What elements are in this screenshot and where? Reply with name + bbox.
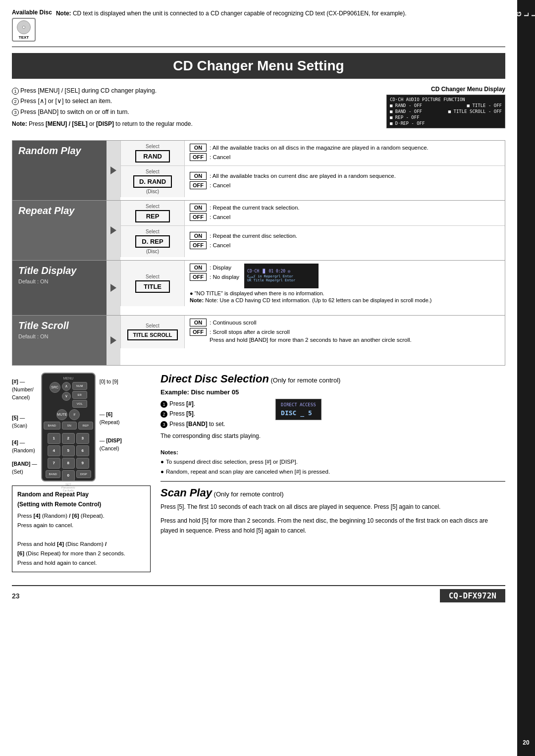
remote-numpad: 1 2 3 4 5 6 7 8 9 xyxy=(48,433,89,469)
select-title-scroll-cell: Select TITLE SCROLL xyxy=(120,316,185,348)
title-display-section: Title Display Default : ON Select TITLE xyxy=(12,260,505,316)
btn-7[interactable]: 7 xyxy=(48,458,60,469)
direct-disc-heading-section: Direct Disc Selection (Only for remote c… xyxy=(160,373,505,477)
page-title: CD Changer Menu Setting xyxy=(12,53,505,79)
title-display-sub: Default : ON xyxy=(18,278,49,284)
source-btn[interactable]: SRC xyxy=(50,382,60,393)
btn-4[interactable]: 4 xyxy=(48,445,60,456)
select-drand-cell: Select D. RAND (Disc) xyxy=(120,166,185,197)
btn-1[interactable]: 1 xyxy=(48,433,60,444)
scroll-options: ON : Continuous scroll OFF : Scroll stop… xyxy=(185,316,505,348)
random-play-arrow xyxy=(107,141,120,200)
disp-btn[interactable]: DISP xyxy=(76,470,91,478)
intro-note: Note: Press [MENU] / [SEL] or [DISP] to … xyxy=(12,120,193,127)
random-play-section: Random Play Select RAND ON xyxy=(12,140,505,201)
title-display-arrow xyxy=(107,261,120,315)
btn-5[interactable]: 5 xyxy=(62,445,75,456)
vol-btn[interactable]: VOL xyxy=(72,400,87,408)
title-scroll-sub: Default : ON xyxy=(18,333,49,339)
intro-section: 1Press [MENU] / [SEL] during CD changer … xyxy=(12,86,505,133)
intro-list: 1Press [MENU] / [SEL] during CD changer … xyxy=(12,86,193,117)
remote-left-labels: [#] — (Number/ Cancel) [5] — (Scan) [4] … xyxy=(12,373,37,476)
title-scroll-arrow xyxy=(107,316,120,365)
down-btn[interactable]: ∨ xyxy=(62,392,71,401)
available-disc-note: Note: CD text is displayed when the unit… xyxy=(56,9,407,18)
select-drep-box: D. REP xyxy=(135,235,170,248)
select-rand-box: RAND xyxy=(135,150,170,162)
btn-6[interactable]: 6 xyxy=(76,445,89,456)
select-rand-cell: Select RAND xyxy=(120,141,185,165)
scan-text-1: Press [5]. The first 10 seconds of each … xyxy=(160,502,505,512)
btn-9[interactable]: 9 xyxy=(76,458,89,469)
direct-disc-section: Direct Disc Selection (Only for remote c… xyxy=(160,373,505,577)
rep-options: ON : Repeat the current track selection.… xyxy=(185,201,505,225)
direct-disc-steps: 1Press [#]. 2Press [5]. 3Press [BAND] to… xyxy=(160,399,261,441)
direct-disc-heading: Direct Disc Selection (Only for remote c… xyxy=(160,373,505,385)
available-disc-label: Available Disc xyxy=(12,9,52,16)
available-disc-section: Available Disc TEXT Note: CD text is dis… xyxy=(12,9,505,47)
rand-repeat-text: Press [4] (Random) / [6] (Repeat). Press… xyxy=(17,511,145,568)
title-extra-note2: Note: Note: Use a CD having CD text info… xyxy=(190,297,500,303)
direct-access-display: DIRECT ACCESS DISC _ 5 xyxy=(268,399,321,420)
model-badge: CQ-DFX972N xyxy=(440,589,505,602)
bottom-page-num: 23 xyxy=(12,592,20,600)
scan-play-section: Scan Play (Only for remote control) Pres… xyxy=(160,486,505,536)
title-display-preview: CD·CH ▐▌ 01 0:20 ◎ Cكين in Repergrl Ento… xyxy=(244,264,319,288)
bottom-bar: 23 CQ-DFX972N xyxy=(12,585,505,602)
example-heading: Example: Disc number 05 xyxy=(160,388,505,396)
num-btn[interactable]: NUM xyxy=(72,382,87,390)
remote-section: [#] — (Number/ Cancel) [5] — (Scan) [4] … xyxy=(12,373,151,577)
display-image: CD·CH AUDIO PICTURE FUNCTION ■ RAND - OF… xyxy=(386,95,505,128)
up-btn[interactable]: ∧ xyxy=(62,382,71,391)
disc-icon: TEXT xyxy=(12,18,36,42)
select-drand-box: D. RAND xyxy=(133,175,172,188)
repeat-play-section: Repeat Play Select REP ON : xyxy=(12,200,505,261)
er-btn[interactable]: ER xyxy=(72,391,87,399)
title-extra-note: ● "NO TITLE" is displayed when there is … xyxy=(190,290,500,296)
mute-btn[interactable]: MUTE xyxy=(56,409,67,420)
btn-2[interactable]: 2 xyxy=(62,433,75,444)
title-options: ON : Display OFF : No display C xyxy=(185,261,505,306)
select-drep-cell: Select D. REP (Disc) xyxy=(120,226,185,257)
drep-options: ON : Repeat the current disc selection. … xyxy=(185,226,505,257)
sn-btn[interactable]: SN xyxy=(62,422,77,430)
select-rep-box: REP xyxy=(135,210,170,222)
remote-image: MENU SRC ∧ ∨ NUM ER VOL xyxy=(41,373,96,482)
repeat-play-arrow xyxy=(107,201,120,260)
repeat-play-label: Repeat Play xyxy=(18,205,74,216)
side-tab-text: ENGLISH xyxy=(500,10,535,16)
remote-right-labels: [0] to [9] — [6] (Repeat) — [DISP] (Canc… xyxy=(100,373,122,452)
rep-btn[interactable]: REP xyxy=(78,422,93,430)
select-title-scroll-box: TITLE SCROLL xyxy=(127,329,178,340)
drand-options: ON : All the available tracks on current… xyxy=(185,166,505,197)
random-play-label: Random Play xyxy=(18,145,81,157)
hash-btn[interactable]: # xyxy=(69,409,80,420)
random-repeat-box: Random and Repeat Play(Setting with Remo… xyxy=(12,486,151,572)
title-scroll-label: Title Scroll xyxy=(18,320,69,331)
select-rep-cell: Select REP xyxy=(120,201,185,225)
btn-0[interactable]: 0 xyxy=(62,470,75,481)
select-title-box: TITLE xyxy=(135,280,170,293)
title-scroll-section: Title Scroll Default : ON Select TITLE S… xyxy=(12,315,505,366)
btn-3[interactable]: 3 xyxy=(76,433,89,444)
title-display-label: Title Display xyxy=(18,265,76,276)
btn-8[interactable]: 8 xyxy=(62,458,75,469)
scan-text-2: Press and hold [5] for more than 2 secon… xyxy=(160,516,505,536)
direct-disc-notes: Notes: ●To suspend direct disc selection… xyxy=(160,448,505,476)
remote-diagram: [#] — (Number/ Cancel) [5] — (Scan) [4] … xyxy=(12,373,151,482)
bottom-section: [#] — (Number/ Cancel) [5] — (Scan) [4] … xyxy=(12,373,505,577)
cd-changer-display: CD Changer Menu Display CD·CH AUDIO PICT… xyxy=(386,86,505,133)
band2-btn[interactable]: BAND xyxy=(46,470,60,478)
rand-options: ON : All the available tracks on all dis… xyxy=(185,141,505,165)
side-page-number: 20 xyxy=(523,739,529,746)
band-btn[interactable]: BAND xyxy=(44,422,60,430)
select-title-cell: Select TITLE xyxy=(120,261,185,306)
side-tab: ENGLISH 20 xyxy=(517,0,535,756)
